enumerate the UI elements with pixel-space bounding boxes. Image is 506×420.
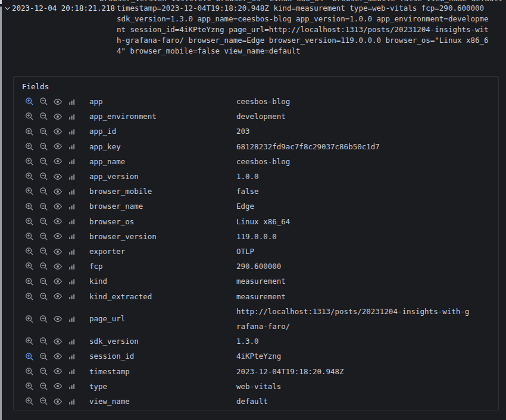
toggle-visibility-eye-icon[interactable] xyxy=(53,277,63,286)
field-value: ceesbos-blog xyxy=(236,94,469,109)
toggle-visibility-eye-icon[interactable] xyxy=(53,202,63,211)
filter-for-value-icon[interactable] xyxy=(24,202,34,211)
filter-for-value-icon[interactable] xyxy=(24,277,34,286)
field-name: app_environment xyxy=(89,109,236,124)
filter-for-value-icon[interactable] xyxy=(24,366,34,376)
chevron-down-icon[interactable] xyxy=(4,5,11,12)
toggle-visibility-eye-icon[interactable] xyxy=(53,337,63,346)
filter-for-value-icon[interactable] xyxy=(24,142,34,151)
filter-for-value-icon[interactable] xyxy=(24,397,34,406)
filter-for-value-icon[interactable] xyxy=(24,247,34,256)
stats-bar-chart-icon[interactable] xyxy=(67,352,77,361)
toggle-visibility-eye-icon[interactable] xyxy=(53,262,63,271)
filter-for-value-icon[interactable] xyxy=(24,172,34,181)
toggle-visibility-eye-icon[interactable] xyxy=(53,247,63,256)
toggle-visibility-eye-icon[interactable] xyxy=(53,187,63,196)
filter-out-value-icon[interactable] xyxy=(39,314,48,324)
field-row: app_name ceesbos-blog xyxy=(14,154,498,169)
field-name: view_name xyxy=(89,394,236,409)
field-value: Linux x86_64 xyxy=(236,214,469,229)
stats-bar-chart-icon[interactable] xyxy=(67,262,77,271)
filter-for-value-icon[interactable] xyxy=(24,352,34,361)
stats-bar-chart-icon[interactable] xyxy=(67,127,77,136)
filter-for-value-icon[interactable] xyxy=(24,156,34,166)
filter-out-value-icon[interactable] xyxy=(39,231,48,241)
field-value: 1.0.0 xyxy=(236,169,469,184)
stats-bar-chart-icon[interactable] xyxy=(67,172,77,181)
field-row: session_id 4iKPteYzng xyxy=(14,349,498,363)
filter-out-value-icon[interactable] xyxy=(39,352,48,361)
filter-for-value-icon[interactable] xyxy=(24,187,34,196)
field-value: measurement xyxy=(236,274,469,289)
field-name: timestamp xyxy=(89,364,236,379)
toggle-visibility-eye-icon[interactable] xyxy=(53,217,63,226)
filter-out-value-icon[interactable] xyxy=(39,97,48,106)
toggle-visibility-eye-icon[interactable] xyxy=(53,97,63,106)
stats-bar-chart-icon[interactable] xyxy=(67,381,77,391)
filter-out-value-icon[interactable] xyxy=(39,381,48,391)
stats-bar-chart-icon[interactable] xyxy=(67,217,77,226)
toggle-visibility-eye-icon[interactable] xyxy=(53,112,63,121)
filter-for-value-icon[interactable] xyxy=(24,337,34,346)
filter-out-value-icon[interactable] xyxy=(39,187,48,196)
toggle-visibility-eye-icon[interactable] xyxy=(53,172,63,181)
stats-bar-chart-icon[interactable] xyxy=(67,112,77,121)
filter-out-value-icon[interactable] xyxy=(39,217,48,226)
stats-bar-chart-icon[interactable] xyxy=(67,156,77,166)
filter-out-value-icon[interactable] xyxy=(39,337,48,346)
filter-out-value-icon[interactable] xyxy=(39,112,48,121)
field-name: app_name xyxy=(89,154,236,169)
toggle-visibility-eye-icon[interactable] xyxy=(53,292,63,301)
filter-for-value-icon[interactable] xyxy=(24,292,34,301)
stats-bar-chart-icon[interactable] xyxy=(67,277,77,286)
filter-out-value-icon[interactable] xyxy=(39,292,48,301)
filter-for-value-icon[interactable] xyxy=(24,231,34,241)
filter-out-value-icon[interactable] xyxy=(39,366,48,376)
stats-bar-chart-icon[interactable] xyxy=(67,97,77,106)
toggle-visibility-eye-icon[interactable] xyxy=(53,231,63,241)
toggle-visibility-eye-icon[interactable] xyxy=(53,156,63,166)
toggle-visibility-eye-icon[interactable] xyxy=(53,142,63,151)
toggle-visibility-eye-icon[interactable] xyxy=(53,381,63,391)
stats-bar-chart-icon[interactable] xyxy=(67,202,77,211)
filter-out-value-icon[interactable] xyxy=(39,156,48,166)
toggle-visibility-eye-icon[interactable] xyxy=(53,366,63,376)
field-name: browser_mobile xyxy=(89,184,236,199)
filter-out-value-icon[interactable] xyxy=(39,127,48,136)
stats-bar-chart-icon[interactable] xyxy=(67,187,77,196)
filter-for-value-icon[interactable] xyxy=(24,314,34,324)
stats-bar-chart-icon[interactable] xyxy=(67,314,77,324)
toggle-visibility-eye-icon[interactable] xyxy=(53,314,63,324)
filter-for-value-icon[interactable] xyxy=(24,262,34,271)
log-row[interactable]: 2023-12-04 20:18:21.218 xyxy=(4,3,115,14)
filter-out-value-icon[interactable] xyxy=(39,397,48,406)
filter-for-value-icon[interactable] xyxy=(24,112,34,121)
stats-bar-chart-icon[interactable] xyxy=(67,247,77,256)
filter-out-value-icon[interactable] xyxy=(39,142,48,151)
field-name: kind_extracted xyxy=(89,289,236,304)
stats-bar-chart-icon[interactable] xyxy=(67,231,77,241)
field-name: browser_version xyxy=(89,229,236,244)
toggle-visibility-eye-icon[interactable] xyxy=(53,127,63,136)
toggle-visibility-eye-icon[interactable] xyxy=(53,352,63,361)
filter-for-value-icon[interactable] xyxy=(24,97,34,106)
filter-out-value-icon[interactable] xyxy=(39,262,48,271)
field-value: web-vitals xyxy=(236,379,469,394)
filter-for-value-icon[interactable] xyxy=(24,127,34,136)
toggle-visibility-eye-icon[interactable] xyxy=(53,397,63,406)
stats-bar-chart-icon[interactable] xyxy=(67,366,77,376)
filter-for-value-icon[interactable] xyxy=(24,381,34,391)
filter-out-value-icon[interactable] xyxy=(39,277,48,286)
filter-out-value-icon[interactable] xyxy=(39,247,48,256)
field-row: exporter OTLP xyxy=(14,244,498,259)
stats-bar-chart-icon[interactable] xyxy=(67,292,77,301)
stats-bar-chart-icon[interactable] xyxy=(67,397,77,406)
stats-bar-chart-icon[interactable] xyxy=(67,142,77,151)
stats-bar-chart-icon[interactable] xyxy=(67,337,77,346)
filter-for-value-icon[interactable] xyxy=(24,217,34,226)
filter-out-value-icon[interactable] xyxy=(39,202,48,211)
field-row: timestamp 2023-12-04T19:18:20.948Z xyxy=(14,364,498,379)
filter-out-value-icon[interactable] xyxy=(39,172,48,181)
field-row: browser_os Linux x86_64 xyxy=(14,214,498,229)
field-row: page_url http://localhost:1313/posts/202… xyxy=(14,304,498,334)
